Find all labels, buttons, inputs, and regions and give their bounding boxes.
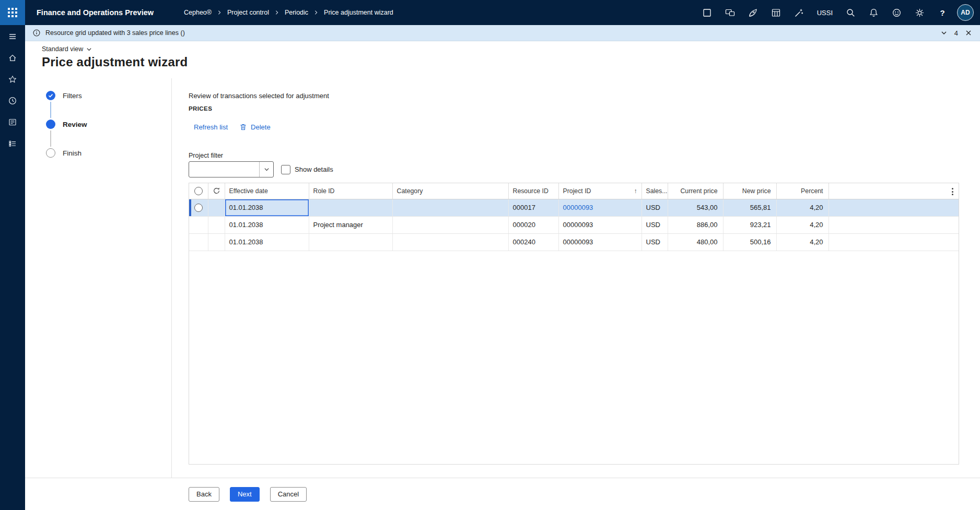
app-launcher-icon[interactable] bbox=[0, 0, 25, 25]
column-header-resource-id[interactable]: Resource ID bbox=[508, 183, 558, 199]
row-select-cell[interactable] bbox=[189, 216, 208, 233]
column-options-kebab-icon[interactable] bbox=[952, 188, 953, 195]
view-switcher-label: Standard view bbox=[42, 45, 83, 53]
back-button[interactable]: Back bbox=[189, 487, 219, 502]
view-switcher[interactable]: Standard view bbox=[42, 45, 92, 53]
window-icon[interactable] bbox=[696, 0, 719, 25]
cell-project-id: 00000093 bbox=[558, 216, 641, 233]
cell-category bbox=[392, 199, 508, 216]
recent-clock-icon[interactable] bbox=[2, 90, 23, 111]
avatar[interactable]: AD bbox=[957, 4, 974, 21]
step-label: Finish bbox=[63, 149, 81, 157]
settings-gear-icon[interactable] bbox=[908, 0, 931, 25]
chevron-down-icon[interactable] bbox=[259, 162, 273, 177]
show-details-checkbox[interactable]: Show details bbox=[281, 165, 333, 174]
step-connector bbox=[50, 102, 51, 118]
column-header-current-price[interactable]: Current price bbox=[668, 183, 723, 199]
cancel-button[interactable]: Cancel bbox=[270, 487, 307, 502]
select-all-radio-icon[interactable] bbox=[194, 187, 203, 195]
wizard-step-filters[interactable]: Filters bbox=[46, 91, 171, 100]
app-title: Finance and Operations Preview bbox=[37, 8, 154, 17]
cell-role-id bbox=[309, 199, 392, 216]
cell-percent: 4,20 bbox=[776, 199, 829, 216]
column-header-project-id[interactable]: ↑ Project ID bbox=[558, 183, 641, 199]
chevron-right-icon bbox=[313, 10, 319, 15]
row-select-cell[interactable] bbox=[189, 199, 208, 216]
step-label: Review bbox=[63, 121, 87, 128]
project-filter-combobox[interactable] bbox=[189, 161, 274, 177]
filter-row: Show details bbox=[189, 161, 980, 177]
delete-button[interactable]: Delete bbox=[239, 123, 271, 131]
select-all-column-header[interactable] bbox=[189, 183, 208, 199]
table-icon[interactable] bbox=[765, 0, 788, 25]
wizard-step-finish[interactable]: Finish bbox=[46, 148, 171, 158]
row-radio-icon[interactable] bbox=[194, 204, 203, 212]
table-row[interactable]: 01.01.2038 000240 00000093 USD 480,00 50… bbox=[189, 233, 959, 251]
workspaces-card-icon[interactable] bbox=[2, 112, 23, 133]
next-button[interactable]: Next bbox=[230, 487, 260, 502]
breadcrumb-item-area[interactable]: Periodic bbox=[285, 9, 308, 16]
row-refresh-cell bbox=[208, 199, 225, 216]
breadcrumb-item-company[interactable]: Cepheo® bbox=[184, 9, 212, 16]
column-header-percent[interactable]: Percent bbox=[776, 183, 829, 199]
menu-hamburger-icon[interactable] bbox=[2, 26, 23, 47]
column-header-new-price[interactable]: New price bbox=[723, 183, 776, 199]
close-icon[interactable] bbox=[965, 30, 972, 36]
wizard-footer: Back Next Cancel bbox=[25, 478, 980, 510]
wizard-steps-panel: Filters Review Finish bbox=[25, 78, 172, 478]
table-row[interactable]: 01.01.2038 000017 00000093 USD 543,00 56… bbox=[189, 199, 959, 216]
wizard-step-review[interactable]: Review bbox=[46, 120, 171, 129]
column-header-category[interactable]: Category bbox=[392, 183, 508, 199]
environment-label[interactable]: USSI bbox=[811, 9, 839, 17]
review-content: Review of transactions selected for adju… bbox=[172, 78, 980, 478]
modules-list-icon[interactable] bbox=[2, 133, 23, 154]
project-id-link[interactable]: 00000093 bbox=[563, 204, 593, 211]
chevron-down-icon bbox=[86, 46, 92, 52]
cell-current-price: 480,00 bbox=[668, 233, 723, 251]
page-title: Price adjustment wizard bbox=[42, 55, 980, 69]
cell-category bbox=[392, 216, 508, 233]
magic-wand-icon[interactable] bbox=[788, 0, 811, 25]
cell-new-price: 923,21 bbox=[723, 216, 776, 233]
devices-icon[interactable] bbox=[719, 0, 742, 25]
help-icon[interactable]: ? bbox=[931, 0, 954, 25]
step-active-dot-icon bbox=[46, 120, 55, 129]
cell-sales-currency: USD bbox=[641, 233, 668, 251]
row-select-cell[interactable] bbox=[189, 233, 208, 251]
notification-count: 4 bbox=[954, 29, 958, 37]
breadcrumb-item-module[interactable]: Project control bbox=[227, 9, 269, 16]
refresh-list-button[interactable]: Refresh list bbox=[194, 123, 228, 131]
column-header-role-id[interactable]: Role ID bbox=[309, 183, 392, 199]
column-header-effective-date[interactable]: Effective date bbox=[225, 183, 309, 199]
step-connector bbox=[50, 131, 51, 147]
cell-sales-currency: USD bbox=[641, 216, 668, 233]
grid-header-row: Effective date Role ID Category Resource… bbox=[189, 183, 959, 199]
cell-percent: 4,20 bbox=[776, 216, 829, 233]
top-bar: Finance and Operations Preview Cepheo® P… bbox=[0, 0, 980, 25]
sort-ascending-icon: ↑ bbox=[634, 187, 637, 195]
column-header-sales-currency[interactable]: Sales... bbox=[641, 183, 668, 199]
favorites-star-icon[interactable] bbox=[2, 69, 23, 90]
project-filter-label: Project filter bbox=[189, 152, 980, 160]
notifications-bell-icon[interactable] bbox=[862, 0, 885, 25]
step-label: Filters bbox=[63, 92, 82, 100]
cell-project-id: 00000093 bbox=[558, 199, 641, 216]
breadcrumb-item-page[interactable]: Price adjustment wizard bbox=[324, 9, 393, 16]
table-row[interactable]: 01.01.2038 Project manager 000020 000000… bbox=[189, 216, 959, 233]
home-icon[interactable] bbox=[2, 48, 23, 68]
cell-resource-id: 000240 bbox=[508, 233, 558, 251]
review-description: Review of transactions selected for adju… bbox=[189, 92, 980, 100]
breadcrumb: Cepheo® Project control Periodic Price a… bbox=[184, 9, 393, 16]
cell-new-price: 500,16 bbox=[723, 233, 776, 251]
rocket-icon[interactable] bbox=[742, 0, 765, 25]
column-header-label: Project ID bbox=[563, 187, 591, 195]
cell-role-id bbox=[309, 233, 392, 251]
cell-new-price: 565,81 bbox=[723, 199, 776, 216]
chevron-down-icon[interactable] bbox=[941, 30, 947, 36]
cell-effective-date[interactable]: 01.01.2038 bbox=[225, 199, 309, 216]
feedback-smiley-icon[interactable] bbox=[885, 0, 908, 25]
search-icon[interactable] bbox=[839, 0, 862, 25]
refresh-column-header[interactable] bbox=[208, 183, 225, 199]
notification-message: Resource grid updated with 3 sales price… bbox=[45, 29, 185, 37]
row-refresh-cell bbox=[208, 233, 225, 251]
